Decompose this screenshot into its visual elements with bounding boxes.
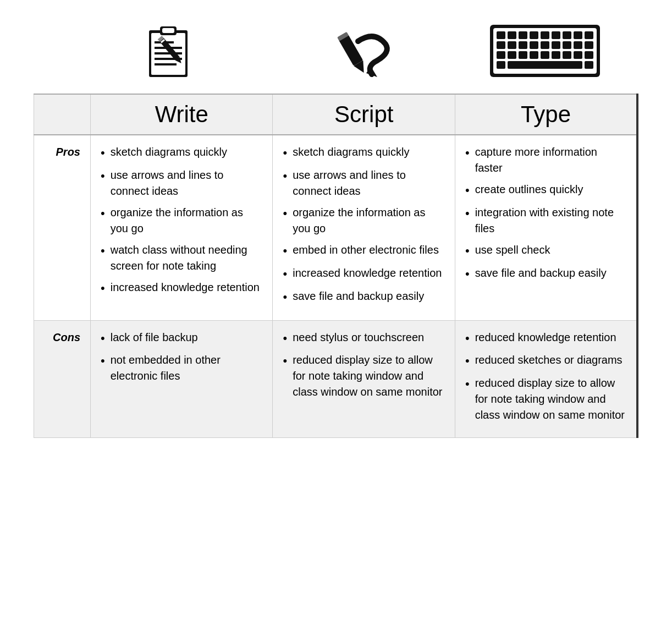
svg-rect-48 [585, 61, 593, 69]
pros-write-list: sketch diagrams quickly use arrows and l… [101, 144, 262, 297]
svg-rect-35 [574, 41, 582, 49]
svg-rect-19 [497, 31, 505, 39]
pros-script-list: sketch diagrams quickly use arrows and l… [283, 144, 444, 306]
cons-write: lack of file backup not embedded in othe… [91, 320, 273, 438]
cons-script: need stylus or touchscreen reduced displ… [273, 320, 455, 438]
svg-rect-39 [519, 51, 527, 59]
icons-row [78, 11, 638, 88]
svg-rect-20 [508, 31, 516, 39]
pros-write: sketch diagrams quickly use arrows and l… [91, 135, 273, 320]
header-row: Write Script Type [34, 94, 638, 135]
list-item: reduced display size to allow for note t… [283, 352, 444, 400]
pros-type-list: capture more information faster create o… [465, 144, 626, 283]
list-item: reduced display size to allow for note t… [465, 375, 626, 423]
header-type: Type [455, 94, 637, 135]
list-item: capture more information faster [465, 144, 626, 176]
cons-script-list: need stylus or touchscreen reduced displ… [283, 330, 444, 401]
script-icon-cell [265, 25, 451, 80]
list-item: save file and backup easily [465, 265, 626, 283]
svg-rect-8 [155, 63, 177, 65]
list-item: create outlines quickly [465, 182, 626, 199]
header-write: Write [91, 94, 273, 135]
type-icon-cell [451, 25, 638, 80]
cons-write-list: lack of file backup not embedded in othe… [101, 330, 262, 385]
list-item: increased knowledge retention [101, 280, 262, 297]
list-item: lack of file backup [101, 330, 262, 347]
pros-row: Pros sketch diagrams quickly use arrows … [34, 135, 638, 320]
svg-rect-44 [574, 51, 582, 59]
svg-rect-6 [155, 52, 182, 54]
list-item: use spell check [465, 242, 626, 260]
list-item: save file and backup easily [283, 288, 444, 306]
svg-rect-47 [497, 61, 505, 69]
svg-rect-3 [162, 28, 174, 33]
list-item: reduced sketches or diagrams [465, 352, 626, 370]
cons-type: reduced knowledge retention reduced sket… [455, 320, 637, 438]
svg-rect-40 [530, 51, 538, 59]
svg-rect-34 [563, 41, 571, 49]
list-item: use arrows and lines to connect ideas [101, 167, 262, 199]
svg-rect-27 [585, 31, 593, 39]
svg-rect-24 [552, 31, 560, 39]
pros-script: sketch diagrams quickly use arrows and l… [273, 135, 455, 320]
cons-type-list: reduced knowledge retention reduced sket… [465, 330, 626, 424]
svg-rect-41 [541, 51, 549, 59]
svg-rect-37 [497, 51, 505, 59]
header-script: Script [273, 94, 455, 135]
list-item: increased knowledge retention [283, 265, 444, 283]
list-item: reduced knowledge retention [465, 330, 626, 347]
list-item: need stylus or touchscreen [283, 330, 444, 347]
list-item: organize the information as you go [101, 205, 262, 237]
list-item: integration with existing note files [465, 205, 626, 237]
svg-rect-22 [530, 31, 538, 39]
comparison-table: Write Script Type Pros sketch diagrams q… [34, 94, 638, 438]
corner-cell [34, 94, 91, 135]
list-item: not embedded in other electronic files [101, 352, 262, 384]
svg-rect-32 [541, 41, 549, 49]
list-item: sketch diagrams quickly [283, 144, 444, 162]
list-item: watch class without needing screen for n… [101, 242, 262, 274]
svg-rect-46 [508, 61, 582, 69]
svg-rect-43 [563, 51, 571, 59]
svg-rect-23 [541, 31, 549, 39]
write-icon-cell [78, 22, 265, 83]
svg-rect-31 [530, 41, 538, 49]
svg-rect-36 [585, 41, 593, 49]
page-wrapper: Write Script Type Pros sketch diagrams q… [34, 0, 638, 449]
clipboard-icon [141, 22, 201, 83]
pros-type: capture more information faster create o… [455, 135, 637, 320]
svg-rect-33 [552, 41, 560, 49]
svg-rect-45 [585, 51, 593, 59]
svg-rect-21 [519, 31, 527, 39]
list-item: embed in other electronic files [283, 242, 444, 260]
svg-rect-42 [552, 51, 560, 59]
svg-rect-38 [508, 51, 516, 59]
svg-rect-28 [497, 41, 505, 49]
svg-rect-29 [508, 41, 516, 49]
pros-label: Pros [34, 135, 91, 320]
cons-row: Cons lack of file backup not embedded in… [34, 320, 638, 438]
cons-label: Cons [34, 320, 91, 438]
svg-rect-26 [574, 31, 582, 39]
list-item: use arrows and lines to connect ideas [283, 167, 444, 199]
keyboard-icon [490, 25, 600, 80]
svg-rect-25 [563, 31, 571, 39]
pen-icon [314, 25, 402, 80]
list-item: sketch diagrams quickly [101, 144, 262, 162]
list-item: organize the information as you go [283, 205, 444, 237]
svg-rect-30 [519, 41, 527, 49]
